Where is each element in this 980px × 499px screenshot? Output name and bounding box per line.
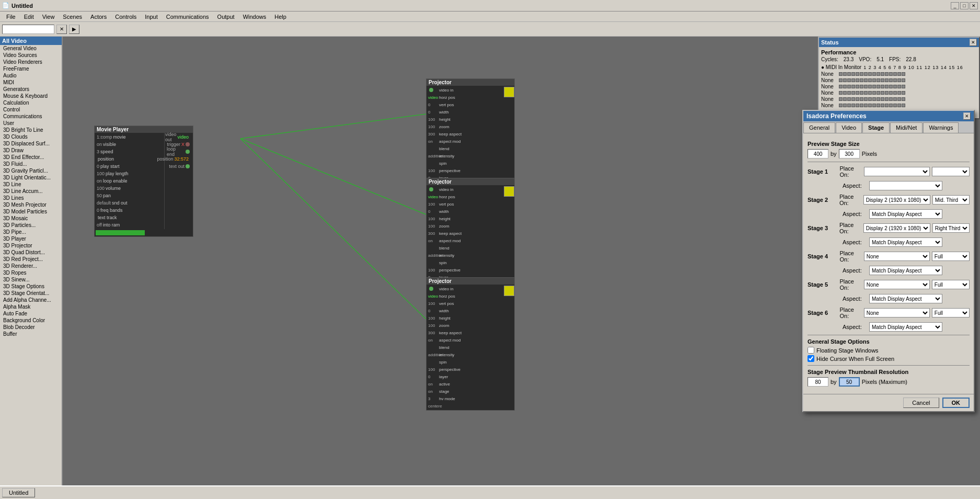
menu-communications[interactable]: Communications bbox=[162, 13, 213, 21]
thumb-height-input[interactable] bbox=[839, 377, 860, 387]
left-panel-item[interactable]: 3D Renderer... bbox=[0, 263, 62, 269]
left-panel-item[interactable]: 3D Projector bbox=[0, 242, 62, 249]
ok-button[interactable]: OK bbox=[942, 398, 970, 408]
stage3-place-on-select[interactable]: Display 2 (1920 x 1080) bbox=[863, 223, 930, 233]
output-port[interactable] bbox=[186, 142, 190, 146]
stage2-aspect-select[interactable]: Match Display Aspect bbox=[869, 209, 942, 219]
stage4-position-select[interactable]: Full bbox=[932, 252, 970, 261]
left-panel-item[interactable]: 3D Gravity Particl... bbox=[0, 167, 62, 174]
hide-cursor-checkbox[interactable] bbox=[808, 355, 814, 362]
stage6-position-select[interactable]: Full bbox=[932, 308, 970, 317]
prefs-close-btn[interactable]: ✕ bbox=[963, 112, 971, 120]
left-panel-item[interactable]: FreeFrame bbox=[0, 65, 62, 72]
stage1-position-select[interactable] bbox=[932, 167, 970, 176]
left-panel-item[interactable]: Mouse & Keyboard bbox=[0, 93, 62, 99]
stage6-aspect-select[interactable]: Match Display Aspect bbox=[869, 322, 942, 332]
tab-video[interactable]: Video bbox=[836, 122, 862, 133]
tab-stage[interactable]: Stage bbox=[862, 122, 890, 133]
node-projector-3[interactable]: Projector video 100 0 100 100 300 on add… bbox=[426, 277, 515, 411]
left-panel-item[interactable]: Background Color bbox=[0, 317, 62, 324]
tab-general[interactable]: General bbox=[803, 122, 835, 133]
left-panel-item[interactable]: General Video bbox=[0, 45, 62, 52]
left-panel-item[interactable]: 3D Stage Options bbox=[0, 283, 62, 290]
left-panel-item[interactable]: 3D Light Orientatic... bbox=[0, 174, 62, 181]
left-panel-item[interactable]: Video Sources bbox=[0, 52, 62, 59]
stage3-aspect-select[interactable]: Match Display Aspect bbox=[869, 237, 942, 247]
left-panel-item[interactable]: 3D Quad Distort... bbox=[0, 249, 62, 256]
left-panel-item[interactable]: 3D Pipe... bbox=[0, 229, 62, 235]
menu-input[interactable]: Input bbox=[141, 13, 162, 21]
menu-actors[interactable]: Actors bbox=[86, 13, 111, 21]
thumb-width-input[interactable] bbox=[808, 377, 828, 387]
stage4-aspect-select[interactable]: Match Display Aspect bbox=[869, 266, 942, 275]
left-panel-item[interactable]: Video Renderers bbox=[0, 59, 62, 65]
left-panel-item[interactable]: 3D Player bbox=[0, 235, 62, 242]
stage5-aspect-select[interactable]: Match Display Aspect bbox=[869, 294, 942, 303]
left-panel-item[interactable]: MIDI bbox=[0, 79, 62, 86]
node-movie-player[interactable]: Movie Player 1:compmovie onvisible 3spee… bbox=[94, 126, 193, 237]
stage1-aspect-select[interactable] bbox=[869, 181, 942, 190]
floating-stage-checkbox[interactable] bbox=[808, 347, 814, 354]
left-panel-item[interactable]: Auto Fade bbox=[0, 310, 62, 317]
menu-view[interactable]: View bbox=[38, 13, 59, 21]
tab-midinet[interactable]: Midi/Net bbox=[890, 122, 923, 133]
left-panel-item[interactable]: Control bbox=[0, 106, 62, 113]
menu-scenes[interactable]: Scenes bbox=[59, 13, 86, 21]
preview-width-input[interactable] bbox=[808, 149, 828, 158]
stage2-place-on-select[interactable]: Display 2 (1920 x 1080) bbox=[863, 195, 930, 205]
cancel-button[interactable]: Cancel bbox=[903, 398, 939, 408]
menu-windows[interactable]: Windows bbox=[239, 13, 271, 21]
output-port[interactable] bbox=[186, 150, 190, 154]
menu-edit[interactable]: Edit bbox=[20, 13, 38, 21]
input-port[interactable] bbox=[429, 187, 433, 191]
left-panel-item[interactable]: Alpha Mask bbox=[0, 303, 62, 310]
left-panel-item[interactable]: 3D Model Particles bbox=[0, 208, 62, 215]
left-panel-item[interactable]: 3D Displaced Surf... bbox=[0, 140, 62, 147]
status-close-btn[interactable]: ✕ bbox=[970, 39, 977, 46]
left-panel-item[interactable]: Calculation bbox=[0, 99, 62, 106]
minimize-btn[interactable]: _ bbox=[951, 2, 959, 9]
maximize-btn[interactable]: □ bbox=[960, 2, 969, 9]
left-panel-item[interactable]: 3D Fluid... bbox=[0, 161, 62, 167]
stage5-place-on-select[interactable]: None bbox=[864, 280, 930, 289]
stage5-position-select[interactable]: Full bbox=[932, 280, 970, 289]
tab-warnings[interactable]: Warnings bbox=[923, 122, 959, 133]
clear-btn[interactable]: ✕ bbox=[56, 25, 67, 34]
left-panel-item[interactable]: Generators bbox=[0, 86, 62, 93]
left-panel-item[interactable]: 3D Ropes bbox=[0, 269, 62, 276]
stage6-place-on-select[interactable]: None bbox=[864, 308, 930, 317]
menu-help[interactable]: Help bbox=[270, 13, 291, 21]
left-panel-item[interactable]: 3D Mesh Projector bbox=[0, 201, 62, 208]
stage1-place-on-select[interactable] bbox=[864, 167, 930, 176]
input-port[interactable] bbox=[429, 88, 433, 92]
menu-output[interactable]: Output bbox=[213, 13, 239, 21]
menu-controls[interactable]: Controls bbox=[111, 13, 141, 21]
left-panel-item[interactable]: 3D Bright To Line bbox=[0, 127, 62, 133]
taskbar-untitled-btn[interactable]: Untitled bbox=[2, 488, 35, 497]
left-panel-item[interactable]: Audio bbox=[0, 72, 62, 79]
left-panel-item[interactable]: 3D Line Accum... bbox=[0, 188, 62, 195]
stage3-position-select[interactable]: Right Third bbox=[932, 223, 970, 233]
menu-file[interactable]: File bbox=[2, 13, 20, 21]
left-panel-item[interactable]: 3D Draw bbox=[0, 147, 62, 154]
left-panel-item[interactable]: 3D Lines bbox=[0, 195, 62, 201]
stage2-position-select[interactable]: Mid. Third bbox=[932, 195, 970, 205]
search-input[interactable] bbox=[2, 25, 54, 34]
left-panel-item[interactable]: User bbox=[0, 120, 62, 127]
left-panel-item[interactable]: 3D Particles... bbox=[0, 222, 62, 229]
left-panel-item[interactable]: Communications bbox=[0, 113, 62, 120]
left-panel-item[interactable]: 3D Red Project... bbox=[0, 256, 62, 263]
play-btn[interactable]: ▶ bbox=[69, 25, 79, 34]
preview-height-input[interactable] bbox=[839, 149, 860, 158]
left-panel-item[interactable]: 3D Stage Orientat... bbox=[0, 290, 62, 297]
left-panel-item[interactable]: 3D Mosaic bbox=[0, 215, 62, 222]
stage4-place-on-select[interactable]: None bbox=[864, 252, 930, 261]
close-btn[interactable]: ✕ bbox=[970, 2, 978, 9]
left-panel-item[interactable]: 3D Sinew... bbox=[0, 276, 62, 283]
input-port[interactable] bbox=[429, 287, 433, 291]
left-panel-item[interactable]: 3D End Effector... bbox=[0, 154, 62, 161]
left-panel-item[interactable]: 3D Line bbox=[0, 181, 62, 188]
left-panel-item[interactable]: 3D Clouds bbox=[0, 133, 62, 140]
left-panel-item[interactable]: Blob Decoder bbox=[0, 324, 62, 331]
left-panel-item[interactable]: Add Alpha Channe... bbox=[0, 297, 62, 303]
